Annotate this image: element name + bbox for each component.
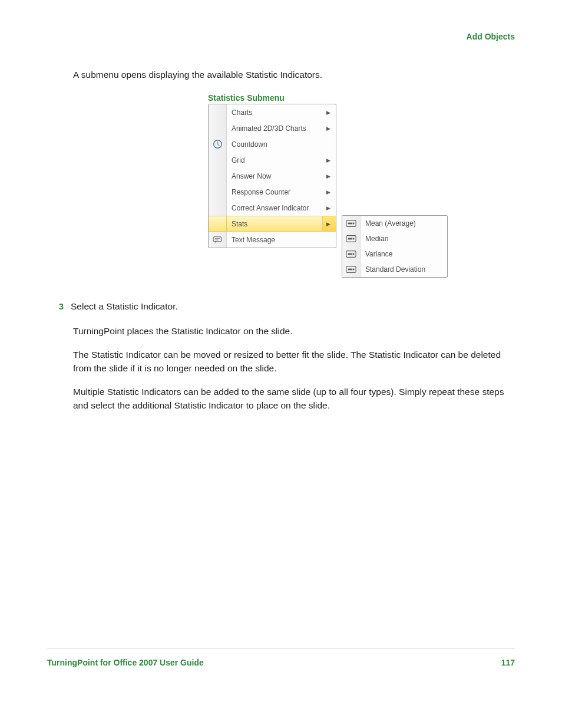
submenu-arrow-icon: ▶	[322, 216, 336, 231]
main-menu: Charts ▶ Animated 2D/3D Charts ▶ Countdo…	[208, 104, 336, 248]
figure: Charts ▶ Animated 2D/3D Charts ▶ Countdo…	[208, 104, 515, 278]
menu-item-answer-now[interactable]: Answer Now ▶	[209, 168, 336, 184]
section-header: Add Objects	[47, 32, 515, 41]
stat-indicator-icon	[342, 246, 361, 262]
menu-icon-blank	[209, 216, 227, 231]
stat-indicator-icon	[342, 231, 361, 246]
menu-item-text-message[interactable]: Text Message	[209, 232, 336, 248]
menu-icon-blank	[209, 120, 227, 136]
menu-label: Charts	[227, 108, 323, 117]
svg-rect-1	[213, 236, 222, 241]
menu-item-charts[interactable]: Charts ▶	[209, 104, 336, 120]
menu-label: Countdown	[227, 140, 323, 149]
step-3: 3 Select a Statistic Indicator.	[47, 301, 515, 312]
menu-icon-blank	[209, 200, 227, 216]
menu-icon-blank	[209, 152, 227, 168]
menu-icon-blank	[209, 104, 227, 120]
stat-indicator-icon	[342, 216, 361, 231]
svg-rect-9	[353, 238, 355, 240]
body-paragraph: TurningPoint places the Statistic Indica…	[73, 325, 515, 338]
page-number: 117	[501, 658, 515, 667]
svg-rect-14	[348, 269, 352, 271]
submenu-label: Mean (Average)	[361, 219, 447, 228]
menu-item-response-counter[interactable]: Response Counter ▶	[209, 184, 336, 200]
figure-caption: Statistics Submenu	[208, 93, 515, 103]
submenu-arrow-icon: ▶	[323, 189, 336, 195]
submenu-arrow-icon: ▶	[323, 205, 336, 211]
menu-label: Grid	[227, 156, 323, 164]
svg-rect-11	[348, 253, 352, 255]
menu-item-correct-answer-indicator[interactable]: Correct Answer Indicator ▶	[209, 200, 336, 216]
submenu-arrow-icon: ▶	[323, 173, 336, 179]
menu-item-grid[interactable]: Grid ▶	[209, 152, 336, 168]
body-paragraph: The Statistic Indicator can be moved or …	[73, 348, 515, 375]
menu-item-animated-charts[interactable]: Animated 2D/3D Charts ▶	[209, 120, 336, 136]
submenu-label: Median	[361, 235, 447, 243]
svg-rect-5	[348, 223, 352, 225]
clock-icon	[209, 136, 227, 152]
svg-rect-15	[353, 269, 355, 271]
menu-item-stats[interactable]: Stats ▶	[209, 216, 336, 232]
menu-icon-blank	[209, 184, 227, 200]
submenu-label: Standard Deviation	[361, 265, 447, 274]
svg-rect-6	[353, 223, 355, 225]
menu-item-countdown[interactable]: Countdown	[209, 136, 336, 152]
submenu-label: Variance	[361, 250, 447, 258]
stat-indicator-icon	[342, 262, 361, 277]
submenu-arrow-icon: ▶	[323, 126, 336, 131]
submenu-arrow-icon: ▶	[323, 157, 336, 163]
footer-rule	[47, 648, 515, 648]
intro-paragraph: A submenu opens displaying the available…	[73, 70, 515, 80]
step-number: 3	[47, 301, 71, 311]
menu-icon-blank	[209, 168, 227, 184]
body-paragraph: Multiple Statistic Indicators can be add…	[73, 386, 515, 412]
page-footer: TurningPoint for Office 2007 User Guide …	[47, 658, 515, 667]
submenu-item-std-dev[interactable]: Standard Deviation	[342, 262, 447, 277]
submenu-item-mean[interactable]: Mean (Average)	[342, 216, 447, 231]
submenu-arrow-icon: ▶	[323, 110, 336, 116]
text-message-icon	[209, 232, 227, 248]
menu-label: Text Message	[227, 236, 323, 244]
stats-submenu: Mean (Average) Median Variance Standard …	[342, 215, 448, 278]
svg-rect-12	[353, 253, 355, 255]
step-text: Select a Statistic Indicator.	[71, 301, 178, 312]
submenu-item-variance[interactable]: Variance	[342, 246, 447, 262]
menu-label: Animated 2D/3D Charts	[227, 124, 323, 133]
svg-rect-8	[348, 238, 352, 240]
page: Add Objects A submenu opens displaying t…	[0, 0, 562, 684]
menu-label: Answer Now	[227, 172, 323, 180]
submenu-item-median[interactable]: Median	[342, 231, 447, 246]
menu-label: Stats	[227, 220, 322, 228]
menu-label: Response Counter	[227, 188, 323, 196]
footer-title: TurningPoint for Office 2007 User Guide	[47, 658, 204, 667]
menu-label: Correct Answer Indicator	[227, 204, 323, 212]
